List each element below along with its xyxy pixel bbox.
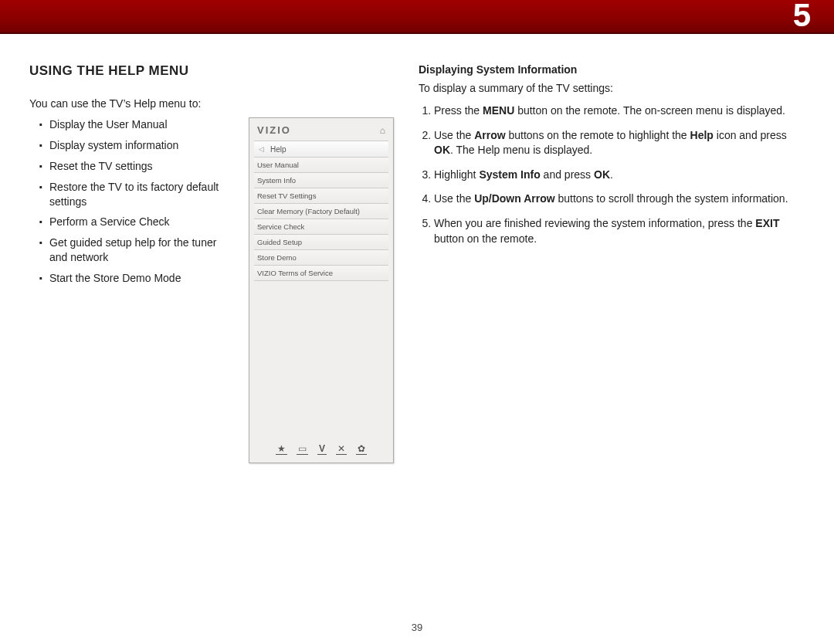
step-item: Use the Arrow buttons on the remote to h… (434, 128, 805, 158)
steps-list: Press the MENU button on the remote. The… (419, 103, 805, 246)
osd-footer-icons: ★ ▭ V ✕ ✿ (249, 443, 393, 455)
gear-icon: ✿ (356, 443, 367, 455)
cc-icon: ▭ (297, 443, 308, 455)
page-number: 39 (0, 622, 834, 633)
step-item: Highlight System Info and press OK. (434, 168, 805, 183)
subsection-heading: Displaying System Information (419, 63, 805, 76)
left-column: USING THE HELP MENU You can use the TV’s… (29, 63, 398, 463)
section-heading: USING THE HELP MENU (29, 63, 230, 79)
step-item: Press the MENU button on the remote. The… (434, 103, 805, 119)
osd-item: Service Check (254, 219, 388, 235)
osd-item: System Info (254, 173, 388, 188)
page-body: USING THE HELP MENU You can use the TV’s… (0, 34, 834, 463)
chapter-header-bar: 5 (0, 0, 834, 34)
list-item: Start the Store Demo Mode (39, 271, 230, 286)
step-item: Use the Up/Down Arrow buttons to scroll … (434, 192, 805, 207)
osd-item: Guided Setup (254, 235, 388, 250)
v-icon: V (317, 443, 327, 455)
back-triangle-icon: ◁ (259, 145, 264, 153)
breadcrumb-label: Help (270, 145, 286, 154)
list-item: Display system information (39, 138, 230, 153)
right-column: Displaying System Information To display… (419, 63, 805, 463)
osd-item: Clear Memory (Factory Default) (254, 204, 388, 219)
lead-text: To display a summary of the TV settings: (419, 82, 805, 94)
home-icon: ⌂ (380, 125, 385, 136)
list-item: Get guided setup help for the tuner and … (39, 236, 230, 265)
list-item: Display the User Manual (39, 117, 230, 132)
close-icon: ✕ (336, 443, 347, 455)
osd-item: VIZIO Terms of Service (254, 266, 388, 281)
list-item: Reset the TV settings (39, 159, 230, 174)
vizio-logo: VIZIO (257, 124, 291, 136)
list-item: Restore the TV to its factory default se… (39, 180, 230, 209)
osd-menu-list: User Manual System Info Reset TV Setting… (254, 158, 388, 281)
osd-item: User Manual (254, 158, 388, 173)
list-item: Perform a Service Check (39, 215, 230, 229)
osd-header: VIZIO ⌂ (249, 118, 393, 139)
feature-bullet-list: Display the User Manual Display system i… (29, 117, 230, 286)
star-icon: ★ (276, 443, 287, 455)
intro-text: You can use the TV’s Help menu to: (29, 97, 230, 110)
osd-breadcrumb: ◁ Help (254, 141, 388, 158)
osd-item: Store Demo (254, 250, 388, 266)
osd-screenshot: VIZIO ⌂ ◁ Help User Manual System Info R… (249, 117, 394, 463)
osd-item: Reset TV Settings (254, 188, 388, 204)
chapter-number: 5 (793, 0, 811, 34)
step-item: When you are finished reviewing the syst… (434, 216, 805, 246)
